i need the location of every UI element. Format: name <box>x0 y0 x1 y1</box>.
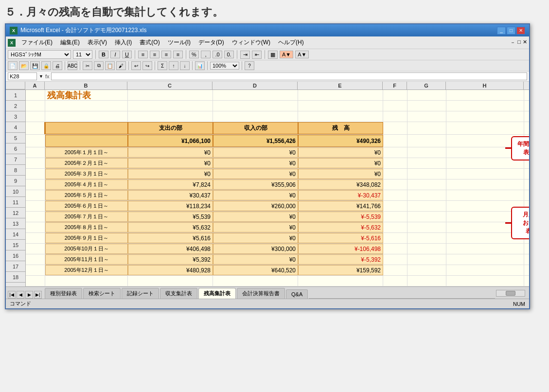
cell-G14[interactable] <box>407 233 446 243</box>
cell-G8[interactable] <box>407 169 446 179</box>
cell-F11[interactable] <box>383 201 407 211</box>
cell-B8[interactable]: 2005年３月１日～ <box>45 169 128 179</box>
comma-button[interactable]: , <box>201 51 211 58</box>
cell-E2[interactable] <box>298 101 383 111</box>
sheet-tab-sbeturoku[interactable]: 種別登録表 <box>45 288 82 299</box>
cell-C13[interactable]: ¥5,632 <box>128 222 213 232</box>
percent-button[interactable]: % <box>189 51 199 58</box>
cell-F4[interactable] <box>383 122 407 134</box>
cell-B10[interactable]: 2005年５月１日～ <box>45 190 128 200</box>
cell-A10[interactable] <box>26 190 45 200</box>
cell-E17[interactable]: ¥159,592 <box>298 265 383 275</box>
menu-view[interactable]: 表示(V) <box>84 37 111 48</box>
col-header-C[interactable]: C <box>127 82 213 89</box>
font-selector[interactable]: HGSｺﾞｼｯｸM <box>8 50 71 59</box>
cell-F5[interactable] <box>383 135 407 147</box>
menu-file[interactable]: ファイル(E) <box>18 37 56 48</box>
cell-B16[interactable]: 2005年11月１日～ <box>45 254 128 265</box>
cell-D10[interactable]: ¥0 <box>213 190 298 200</box>
cell-G3[interactable] <box>407 111 446 122</box>
cell-C4[interactable]: 支出の部 <box>128 122 213 134</box>
cell-G9[interactable] <box>407 179 446 190</box>
col-header-G[interactable]: G <box>407 82 446 89</box>
cell-C6[interactable]: ¥0 <box>128 147 213 158</box>
cell-F3[interactable] <box>383 111 407 122</box>
spell-check-button[interactable]: ABC <box>68 61 77 70</box>
dec-inc-button[interactable]: .0 <box>213 51 222 58</box>
cell-H1[interactable] <box>446 90 524 100</box>
cell-B12[interactable]: 2005年７月１日～ <box>45 212 128 222</box>
dropdown-arrow-icon[interactable]: ▼ <box>39 74 43 79</box>
col-header-D[interactable]: D <box>213 82 298 89</box>
cell-G17[interactable] <box>407 265 446 275</box>
cell-D15[interactable]: ¥300,000 <box>213 244 298 254</box>
cell-F10[interactable] <box>383 190 407 200</box>
save-button[interactable]: 💾 <box>30 61 40 70</box>
cell-E12[interactable]: ¥-5,539 <box>298 212 383 222</box>
align-center-button[interactable]: ≡ <box>150 51 159 58</box>
row-header-11[interactable]: 11 <box>6 197 25 208</box>
tab-nav-last[interactable]: ▶| <box>34 291 42 299</box>
open-button[interactable]: 📂 <box>19 61 29 70</box>
cell-F2[interactable] <box>383 101 407 111</box>
cell-A2[interactable] <box>26 101 45 111</box>
cell-B11[interactable]: 2005年６月１日～ <box>45 201 128 211</box>
cell-C1[interactable] <box>128 90 213 100</box>
zoom-selector[interactable]: 100% <box>210 62 239 70</box>
cell-A5[interactable] <box>26 135 45 147</box>
cell-D5[interactable]: ¥1,556,426 <box>213 135 298 147</box>
row-header-5[interactable]: 5 <box>6 133 25 143</box>
cell-reference-input[interactable] <box>8 72 37 80</box>
cell-I10[interactable] <box>524 190 529 200</box>
cell-H18[interactable] <box>446 276 524 286</box>
cell-A13[interactable] <box>26 222 45 232</box>
cell-B3[interactable] <box>45 111 128 122</box>
cell-D6[interactable]: ¥0 <box>213 147 298 158</box>
cell-G15[interactable] <box>407 244 446 254</box>
row-header-16[interactable]: 16 <box>6 250 25 261</box>
cell-I2[interactable] <box>524 101 529 111</box>
fill-color-button[interactable]: A▼ <box>280 51 293 58</box>
tab-nav-next[interactable]: ▶ <box>25 291 33 299</box>
sort-asc-button[interactable]: ↑ <box>169 61 178 70</box>
cell-F18[interactable] <box>383 276 407 286</box>
cell-A3[interactable] <box>26 111 45 122</box>
cell-B15[interactable]: 2005年10月１日～ <box>45 244 128 254</box>
cell-A9[interactable] <box>26 179 45 190</box>
border-button[interactable]: ▦ <box>268 51 278 59</box>
cell-I16[interactable] <box>524 254 529 265</box>
cell-I4[interactable] <box>524 122 529 134</box>
row-header-8[interactable]: 8 <box>6 165 25 176</box>
cell-D14[interactable]: ¥0 <box>213 233 298 243</box>
cell-G1[interactable] <box>407 90 446 100</box>
minimize-button[interactable]: _ <box>497 27 506 35</box>
cell-H4[interactable] <box>446 122 524 134</box>
cell-A18[interactable] <box>26 276 45 286</box>
row-header-7[interactable]: 7 <box>6 154 25 165</box>
print-preview-button[interactable]: 🖨 <box>53 61 62 70</box>
cell-C17[interactable]: ¥480,928 <box>128 265 213 275</box>
cell-A15[interactable] <box>26 244 45 254</box>
cell-A12[interactable] <box>26 212 45 222</box>
cell-B4[interactable] <box>45 122 128 134</box>
cell-A6[interactable] <box>26 147 45 158</box>
cell-I3[interactable] <box>524 111 529 122</box>
copy-button[interactable]: ⧉ <box>94 61 104 70</box>
cell-D18[interactable] <box>213 276 298 286</box>
cell-A8[interactable] <box>26 169 45 179</box>
align-left-button[interactable]: ≡ <box>138 51 148 58</box>
cell-E4[interactable]: 残 高 <box>298 122 383 134</box>
cell-D2[interactable] <box>213 101 298 111</box>
menu-edit[interactable]: 編集(E) <box>56 37 84 48</box>
bold-button[interactable]: B <box>99 51 108 58</box>
maximize-button[interactable]: □ <box>507 27 515 35</box>
cell-B13[interactable]: 2005年８月１日～ <box>45 222 128 232</box>
cell-H3[interactable] <box>446 111 524 122</box>
menu-window[interactable]: ウィンドウ(W) <box>228 37 274 48</box>
col-header-F[interactable]: F <box>383 82 407 89</box>
cut-button[interactable]: ✂ <box>83 61 92 70</box>
cell-E6[interactable]: ¥0 <box>298 147 383 158</box>
menu-tools[interactable]: ツール(I) <box>164 37 195 48</box>
cell-E18[interactable] <box>298 276 383 286</box>
cell-G6[interactable] <box>407 147 446 158</box>
